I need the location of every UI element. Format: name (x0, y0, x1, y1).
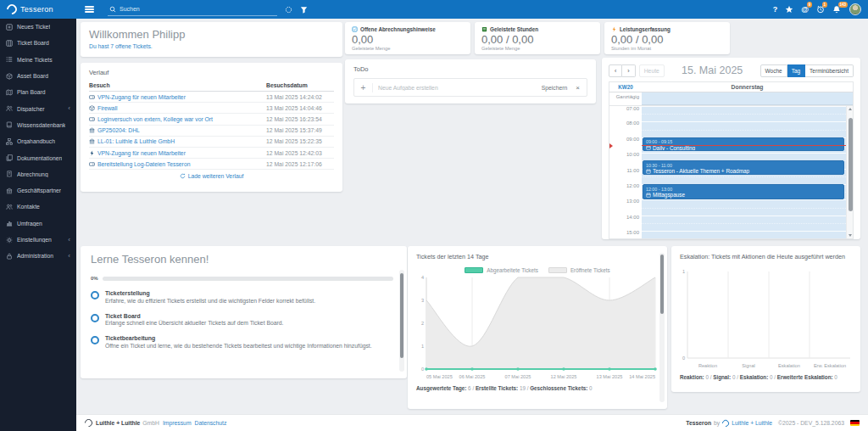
history-entry-link[interactable]: VPN-Zugang für neuen Mitarbeiter (89, 92, 266, 103)
sidebar-item-abrechnung[interactable]: Abrechnung (0, 166, 76, 182)
sidebar-item-umfragen[interactable]: Umfragen (0, 216, 76, 232)
calendar-today-button[interactable]: Heute (639, 64, 665, 77)
sidebar-item-geschäftspartner[interactable]: Geschäftspartner (0, 182, 76, 199)
onboarding-item-title: Ticketerstellung (105, 290, 315, 296)
calendar-week-number[interactable]: KW20 (609, 84, 642, 90)
history-row[interactable]: GP250204: DHL12 Mai 2025 15:37:49 (89, 125, 334, 136)
sidebar-item-label: Meine Tickets (17, 57, 53, 63)
calendar-view-terminübersicht[interactable]: Terminübersicht (805, 64, 854, 77)
docs-icon (6, 154, 13, 161)
onboarding-title: Lerne Tesseron kennen! (91, 253, 393, 266)
sidebar-item-kontakte[interactable]: Kontakte (0, 199, 76, 215)
event-time: 12:00 - 13:00 (646, 187, 841, 192)
calendar-view-woche[interactable]: Woche (760, 64, 787, 77)
sidebar-item-plan-board[interactable]: Plan Board (0, 84, 76, 100)
help-icon[interactable]: ? (773, 5, 778, 14)
german-flag-icon[interactable] (850, 420, 860, 426)
history-entry-link[interactable]: Loginversuch von extern, Kollege war vor… (89, 114, 266, 125)
tickets-scrollbar-thumb[interactable] (660, 255, 664, 314)
people-icon (6, 204, 13, 210)
sidebar-item-neues-ticket[interactable]: Neues Ticket (0, 19, 76, 35)
save-task-button[interactable]: Speichern (535, 85, 575, 91)
sidebar-item-einstellungen[interactable]: Einstellungen‹ (0, 232, 76, 248)
menu-toggle-icon[interactable] (85, 4, 94, 14)
stat-value: 0,00 / 0,00 (481, 33, 593, 46)
onboarding-item[interactable]: Ticket BoardErlange schnell eine Übersic… (91, 313, 393, 327)
history-row[interactable]: VPN-Zugang für neuen Mitarbeiter12 Mai 2… (89, 147, 334, 158)
sidebar-item-wissensdatenbank[interactable]: Wissensdatenbank (0, 117, 76, 133)
onboarding-item[interactable]: TicketbearbeitungÖffne ein Ticket und le… (91, 335, 393, 349)
reminders-clock-icon[interactable]: 1 (816, 5, 825, 14)
new-task-input[interactable] (373, 85, 535, 91)
calendar-hour-label: 15:00 (626, 230, 639, 235)
calendar-scrollbar-thumb[interactable] (849, 118, 853, 211)
legend-item[interactable]: Abgearbeitete Tickets (465, 267, 538, 273)
sidebar-item-label: Umfragen (17, 221, 42, 227)
add-task-button[interactable]: + (354, 83, 373, 92)
history-entry-link[interactable]: VPN-Zugang für neuen Mitarbeiter (89, 147, 266, 158)
scroll-up-icon[interactable] (849, 108, 852, 110)
history-row[interactable]: Bereitstellung Log-Dateien Tesseron12 Ma… (89, 159, 334, 170)
open-tickets-link[interactable]: Du hast 7 offene Tickets. (89, 43, 153, 49)
stat-value: 0,00 (352, 33, 464, 46)
history-row[interactable]: VPN-Zugang für neuen Mitarbeiter13 Mai 2… (89, 92, 334, 103)
sidebar-item-administration[interactable]: Administration‹ (0, 248, 76, 264)
cube-icon (89, 105, 95, 111)
user-avatar[interactable] (849, 3, 861, 15)
legend-item[interactable]: Eröffnete Tickets (548, 267, 610, 273)
calendar-prev-button[interactable]: ‹ (609, 64, 622, 77)
quick-status-icon[interactable] (285, 6, 292, 14)
onboarding-step-circle-icon[interactable] (91, 291, 99, 299)
history-row[interactable]: LL-01: Luithle & Luithle GmbH12 Mai 2025… (89, 136, 334, 147)
clear-task-button[interactable]: × (574, 84, 587, 92)
history-entry-link[interactable]: LL-01: Luithle & Luithle GmbH (89, 136, 266, 147)
mentions-badge: 9 (807, 2, 812, 8)
sidebar-item-orgahandbuch[interactable]: Orgahandbuch (0, 133, 76, 149)
calendar-hour-label: 08:00 (626, 120, 639, 126)
tickets-card-scrollbar[interactable] (659, 253, 665, 402)
sidebar-item-label: Ticket Board (17, 40, 49, 46)
stat-value: 0,00 / 0,00 (611, 33, 723, 46)
sidebar-item-label: Administration (17, 253, 53, 259)
tickets-chart-summary: Ausgewertete Tage: 6 / Erstellte Tickets… (416, 385, 659, 391)
onboarding-step-circle-icon[interactable] (91, 336, 99, 344)
onboarding-item-desc: Erlange schnell eine Übersicht aktueller… (105, 320, 283, 326)
sidebar-item-asset-board[interactable]: Asset Board (0, 68, 76, 84)
calendar-next-button[interactable]: › (622, 64, 635, 77)
global-search[interactable] (108, 3, 277, 16)
onboarding-scrollbar[interactable] (399, 270, 404, 372)
history-entry-link[interactable]: Bereitstellung Log-Dateien Tesseron (89, 159, 266, 170)
load-more-history-link[interactable]: Lade weiteren Verlauf (89, 170, 334, 179)
footer: Luithle + Luithle GmbH Impressum Datensc… (76, 414, 868, 431)
calendar-event[interactable]: 10:30 - 11:00Tesseron - Aktuelle Themen … (643, 160, 844, 175)
calendar-event[interactable]: 12:00 - 13:00Mittagspause (643, 184, 844, 199)
scroll-down-icon[interactable] (849, 234, 852, 237)
datenschutz-link[interactable]: Datenschutz (195, 420, 227, 426)
calendar-view-tag[interactable]: Tag (787, 64, 805, 77)
sidebar-item-dokumentationen[interactable]: Dokumentationen (0, 149, 76, 165)
calendar-body[interactable]: 07:0008:0009:0010:0011:0012:0013:0014:00… (609, 106, 854, 239)
app-logo[interactable]: Tesseron (0, 0, 76, 19)
sidebar-item-meine-tickets[interactable]: Meine Tickets (0, 52, 76, 68)
history-row[interactable]: Firewall13 Mai 2025 14:04:46 (89, 103, 334, 114)
footer-company-link[interactable]: Luithle + Luithle (732, 420, 772, 426)
svg-text:Signal: Signal (742, 363, 755, 368)
sidebar-item-ticket-board[interactable]: Ticket Board (0, 35, 76, 51)
calendar-hour-label: 12:00 (626, 183, 639, 188)
history-entry-link[interactable]: GP250204: DHL (89, 125, 266, 136)
search-input[interactable] (120, 6, 275, 12)
history-entry-link[interactable]: Firewall (89, 103, 266, 114)
notifications-bell-icon[interactable]: 143 (832, 5, 841, 14)
onboarding-scrollbar-thumb[interactable] (400, 273, 403, 358)
history-row[interactable]: Loginversuch von extern, Kollege war vor… (89, 114, 334, 125)
onboarding-step-circle-icon[interactable] (91, 314, 99, 322)
sidebar-item-dispatcher[interactable]: Dispatcher‹ (0, 100, 76, 116)
favorites-star-icon[interactable] (785, 5, 793, 14)
allday-slot[interactable] (642, 92, 853, 105)
calendar-scrollbar[interactable] (846, 106, 853, 238)
summary-label: Geschlossene Tickets: (530, 385, 587, 391)
impressum-link[interactable]: Impressum (163, 420, 192, 426)
filter-icon[interactable] (300, 6, 308, 14)
onboarding-item[interactable]: TicketerstellungErfahre, wie du effizien… (91, 290, 393, 304)
mentions-icon[interactable]: @ 9 (801, 5, 809, 14)
